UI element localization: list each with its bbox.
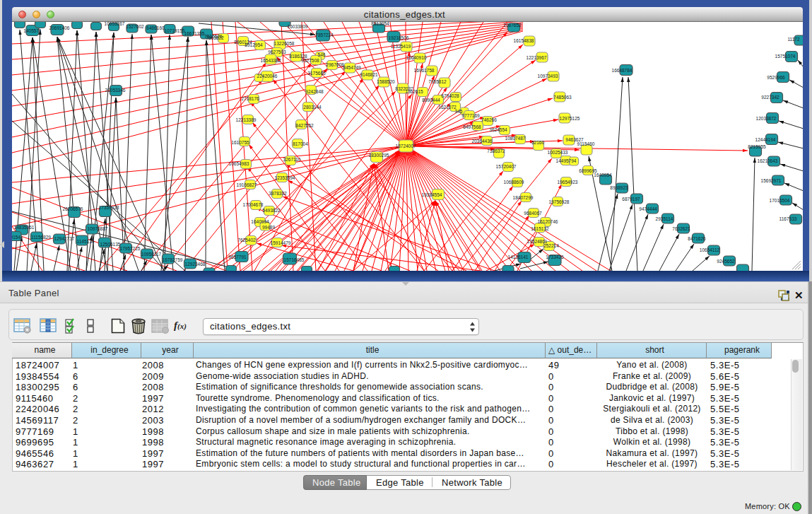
svg-text:746266: 746266	[481, 117, 497, 122]
svg-text:1621072: 1621072	[438, 105, 457, 110]
svg-text:26206576: 26206576	[63, 206, 83, 211]
svg-text:6899695: 6899695	[579, 168, 597, 173]
svg-text:8454749: 8454749	[343, 65, 361, 70]
svg-text:19654923: 19654923	[558, 180, 578, 185]
svg-text:1145134: 1145134	[77, 239, 95, 244]
svg-text:10654112: 10654112	[700, 247, 720, 252]
svg-text:9627503: 9627503	[268, 49, 286, 54]
svg-text:16154838: 16154838	[514, 38, 534, 43]
svg-text:10719155: 10719155	[165, 28, 185, 33]
svg-text:3267110: 3267110	[283, 157, 301, 162]
svg-text:10653267: 10653267	[105, 22, 125, 26]
svg-text:11172: 11172	[787, 37, 799, 42]
svg-text:14835061: 14835061	[14, 225, 35, 230]
svg-text:6466160: 6466160	[146, 25, 165, 30]
svg-text:17016504: 17016504	[770, 198, 790, 203]
svg-text:1527602: 1527602	[126, 24, 144, 29]
svg-text:1640954: 1640954	[594, 173, 612, 177]
svg-text:18300295: 18300295	[369, 153, 389, 158]
svg-text:817004: 817004	[293, 141, 308, 146]
svg-text:12353594: 12353594	[275, 175, 295, 180]
svg-text:39154: 39154	[12, 235, 20, 240]
svg-text:1362615: 1362615	[405, 89, 423, 94]
svg-text:6879197: 6879197	[622, 197, 640, 201]
svg-text:16120746: 16120746	[538, 219, 558, 224]
svg-text:16648784: 16648784	[612, 68, 632, 73]
svg-text:18407299: 18407299	[513, 195, 534, 200]
svg-text:2935114: 2935114	[656, 216, 673, 221]
svg-text:546: 546	[318, 52, 326, 57]
svg-text:10688609: 10688609	[504, 180, 524, 185]
svg-text:1610755: 1610755	[231, 140, 249, 145]
svg-text:252214: 252214	[543, 243, 559, 248]
svg-text:6794028: 6794028	[441, 93, 459, 98]
svg-text:2718176: 2718176	[241, 96, 259, 101]
svg-text:9242848: 9242848	[305, 89, 324, 94]
svg-text:12444194: 12444194	[755, 137, 776, 142]
svg-text:7485063: 7485063	[553, 95, 572, 100]
svg-text:20053346: 20053346	[105, 88, 126, 93]
svg-text:16640910: 16640910	[406, 55, 427, 60]
svg-text:7857224: 7857224	[315, 33, 334, 37]
svg-text:19756928: 19756928	[549, 199, 570, 204]
svg-text:9777169: 9777169	[461, 113, 480, 118]
svg-text:20364436: 20364436	[472, 139, 493, 144]
svg-text:1167533: 1167533	[779, 216, 797, 221]
svg-text:11156829: 11156829	[31, 235, 51, 240]
svg-text:12923468: 12923468	[185, 262, 206, 267]
svg-text:12505135: 12505135	[100, 242, 121, 247]
svg-text:9245652: 9245652	[717, 259, 735, 264]
svg-text:8938923: 8938923	[610, 185, 628, 190]
svg-text:19384554: 19384554	[422, 192, 442, 197]
svg-text:62160: 62160	[531, 140, 544, 145]
svg-text:10025433: 10025433	[548, 150, 568, 155]
svg-text:11325419: 11325419	[391, 44, 411, 49]
svg-text:10654983: 10654983	[229, 161, 249, 166]
svg-text:12975125: 12975125	[560, 116, 580, 121]
svg-text:6497568: 6497568	[463, 124, 481, 129]
svg-text:15692971: 15692971	[761, 178, 782, 183]
svg-text:7625402: 7625402	[237, 238, 256, 243]
svg-text:19218506: 19218506	[389, 35, 409, 40]
svg-text:14495794: 14495794	[556, 158, 577, 163]
svg-text:10958117: 10958117	[141, 252, 162, 257]
svg-text:3175685: 3175685	[307, 71, 326, 76]
svg-text:16210643: 16210643	[758, 158, 778, 163]
svg-text:1640994: 1640994	[251, 219, 269, 224]
svg-text:17359928: 17359928	[99, 205, 119, 210]
svg-text:10973493: 10973493	[538, 74, 558, 78]
svg-text:8912954: 8912954	[245, 42, 263, 47]
svg-text:8427552: 8427552	[295, 123, 314, 128]
svg-text:12033872: 12033872	[756, 116, 777, 121]
svg-text:17004678: 17004678	[243, 202, 264, 207]
svg-text:16543382: 16543382	[261, 58, 281, 63]
svg-text:16671355: 16671355	[184, 31, 205, 36]
svg-text:15751074: 15751074	[775, 54, 796, 59]
svg-text:2087652: 2087652	[503, 23, 522, 28]
svg-text:16782759: 16782759	[163, 257, 183, 262]
svg-text:7955812: 7955812	[428, 79, 447, 84]
svg-text:12213389: 12213389	[236, 117, 257, 122]
svg-text:8471626: 8471626	[688, 236, 706, 241]
svg-text:3624554: 3624554	[489, 127, 507, 132]
svg-text:8990444: 8990444	[422, 98, 440, 103]
svg-text:9146821: 9146821	[360, 72, 378, 77]
svg-text:5493822: 5493822	[262, 208, 281, 213]
svg-text:22420046: 22420046	[257, 74, 278, 78]
svg-text:8813054: 8813054	[371, 22, 389, 26]
svg-text:17957225: 17957225	[120, 246, 141, 251]
svg-text:1733426: 1733426	[546, 255, 564, 259]
svg-text:19166827: 19166827	[237, 182, 257, 187]
svg-text:1588520: 1588520	[377, 79, 395, 84]
svg-text:13226058: 13226058	[274, 41, 295, 46]
svg-text:18724007: 18724007	[396, 144, 416, 148]
svg-text:7663822: 7663822	[206, 35, 224, 40]
svg-text:9657791: 9657791	[228, 255, 247, 259]
svg-text:9529966: 9529966	[767, 75, 785, 80]
svg-text:2967608: 2967608	[326, 62, 344, 67]
svg-text:10807487: 10807487	[505, 136, 526, 141]
svg-text:16033809: 16033809	[288, 24, 308, 29]
svg-text:7632621: 7632621	[672, 226, 690, 231]
svg-text:20691406: 20691406	[49, 25, 70, 30]
svg-text:1615132: 1615132	[531, 226, 549, 231]
